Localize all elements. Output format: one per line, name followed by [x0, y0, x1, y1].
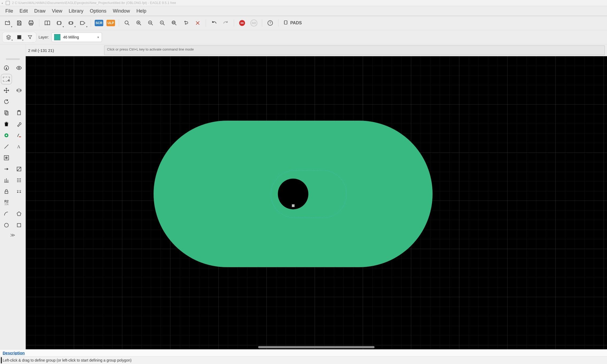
donut-icon — [3, 132, 9, 138]
menu-window[interactable]: Window — [110, 7, 133, 15]
horizontal-scrollbar[interactable] — [258, 346, 375, 348]
titlebar: ▴ 2 C:\Users\MALHAMA1\Documents\EAGLE\pr… — [0, 0, 607, 6]
palette-header — [0, 44, 26, 56]
svg-point-17 — [18, 67, 20, 69]
menu-draw[interactable]: Draw — [32, 7, 48, 15]
save-button[interactable] — [14, 18, 25, 28]
svg-point-31 — [17, 180, 18, 181]
rect-icon — [16, 222, 22, 228]
toolbar-separator — [206, 19, 206, 27]
line-icon — [3, 144, 9, 150]
device-button[interactable]: ▾ — [54, 18, 64, 28]
group-tool[interactable] — [1, 74, 12, 84]
menu-options[interactable]: Options — [87, 7, 109, 15]
app-icon — [6, 1, 10, 5]
redo-button[interactable] — [220, 18, 231, 28]
move-icon — [3, 87, 9, 93]
svg-rect-12 — [173, 22, 174, 23]
rotate-tool[interactable] — [1, 97, 12, 106]
layer-dropdown[interactable]: 46 Milling ▼ — [52, 32, 102, 42]
menu-help[interactable]: Help — [134, 7, 149, 15]
undo-button[interactable] — [209, 18, 219, 28]
description-link[interactable]: Description — [3, 351, 25, 355]
zoom-fit-button[interactable] — [122, 18, 132, 28]
copy-tool[interactable] — [1, 108, 12, 118]
go-icon: GO — [250, 20, 257, 26]
zoom-redraw-button[interactable] — [157, 18, 168, 28]
palette-more[interactable]: ≫ — [10, 232, 15, 239]
arc-tool[interactable] — [1, 209, 12, 219]
print-button[interactable] — [26, 18, 36, 28]
ulp-button[interactable]: ULP — [105, 18, 116, 28]
trash-icon — [3, 121, 9, 127]
zoom-redraw-icon — [159, 20, 166, 26]
chevron-up-icon: ▴ — [2, 1, 3, 4]
svg-rect-1 — [18, 23, 20, 25]
svg-point-26 — [5, 156, 8, 159]
menu-edit[interactable]: Edit — [17, 7, 30, 15]
zoom-select-button[interactable] — [169, 18, 180, 28]
circle-icon — [3, 222, 9, 228]
help-button[interactable]: ? — [265, 18, 276, 28]
svg-point-33 — [20, 180, 21, 181]
pads-toggle[interactable]: PADS — [281, 20, 304, 26]
route-tool[interactable] — [1, 164, 12, 174]
menubar: File Edit Draw View Library Options Wind… — [0, 6, 607, 16]
menu-library[interactable]: Library — [66, 7, 86, 15]
text-tool[interactable]: A — [14, 142, 24, 151]
pad-tool[interactable] — [1, 131, 12, 140]
toc-button[interactable] — [42, 18, 53, 28]
editor-canvas[interactable] — [26, 56, 607, 349]
circle-tool[interactable] — [1, 220, 12, 230]
toolbar-separator — [119, 19, 119, 27]
undo-redo-cycle-button[interactable] — [181, 18, 191, 28]
scr-button[interactable]: SCR — [94, 18, 104, 28]
pad-shape[interactable] — [154, 121, 433, 267]
stop-button[interactable] — [237, 18, 247, 28]
lock-tool[interactable] — [1, 187, 12, 196]
value-tool[interactable]: R2 10k — [1, 198, 12, 208]
dots-icon — [16, 177, 22, 183]
palette-grip[interactable] — [6, 58, 20, 60]
line-tool[interactable] — [1, 142, 12, 151]
symbol-button[interactable]: ▾ — [77, 18, 88, 28]
array-tool[interactable] — [14, 175, 24, 185]
package-button[interactable]: ▾ — [66, 18, 76, 28]
mirror-tool[interactable] — [14, 86, 24, 95]
change-tool[interactable] — [14, 119, 24, 129]
delete-tool[interactable] — [1, 119, 12, 129]
circle-fill-tool[interactable] — [1, 153, 12, 163]
drill-icon — [16, 132, 22, 138]
command-input[interactable]: Click or press Ctrl+L key to activate co… — [104, 45, 605, 55]
info-tool[interactable] — [1, 63, 12, 73]
svg-point-23 — [6, 135, 7, 136]
secondary-toolbar: ▾ ▾ Layer: 46 Milling ▼ — [0, 30, 607, 44]
polygon-slash-tool[interactable] — [14, 164, 24, 174]
zoom-fit-icon — [124, 20, 130, 26]
tool-palette: A R2 10k — [0, 56, 26, 349]
cycle-icon — [183, 20, 189, 26]
go-button[interactable]: GO — [249, 18, 259, 28]
show-tool[interactable] — [14, 63, 24, 73]
zoom-in-button[interactable] — [133, 18, 144, 28]
filter-button[interactable] — [25, 33, 35, 41]
marquee-icon — [3, 77, 10, 82]
layers-palette-button[interactable]: ▾ — [4, 33, 13, 41]
menu-file[interactable]: File — [3, 7, 16, 15]
rect-tool[interactable] — [14, 220, 24, 230]
svg-rect-37 — [5, 191, 8, 193]
dimension-tool[interactable] — [1, 175, 12, 185]
description-bar: Description — [0, 349, 607, 356]
svg-point-7 — [125, 21, 128, 24]
cancel-button[interactable] — [192, 18, 203, 28]
hole-tool[interactable] — [14, 131, 24, 140]
menu-view[interactable]: View — [49, 7, 65, 15]
polygon-tool[interactable] — [14, 209, 24, 219]
svg-rect-6 — [70, 22, 72, 24]
move-tool[interactable] — [1, 86, 12, 95]
grid-settings-button[interactable]: ▾ — [15, 33, 24, 41]
zoom-out-button[interactable] — [145, 18, 156, 28]
open-button[interactable]: ▾ — [2, 18, 13, 28]
snap-tool[interactable] — [14, 187, 24, 196]
paste-tool[interactable] — [14, 108, 24, 118]
